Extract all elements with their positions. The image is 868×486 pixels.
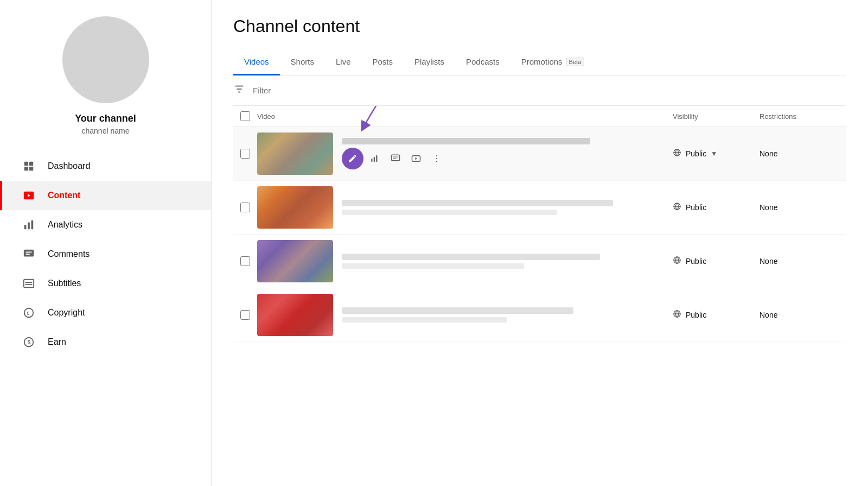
svg-rect-1 [29, 162, 33, 166]
row-2-thumbnail [257, 186, 333, 229]
sidebar-item-content-label: Content [48, 191, 80, 200]
visibility-dropdown-arrow[interactable]: ▼ [711, 150, 717, 157]
filter-input[interactable] [253, 86, 846, 95]
svg-point-31 [436, 158, 437, 159]
comments-action-button[interactable] [386, 149, 405, 168]
sidebar-item-earn-label: Earn [48, 337, 66, 347]
row-3-check [233, 256, 257, 266]
globe-icon-2 [673, 202, 681, 213]
row-1-checkbox[interactable] [240, 149, 250, 159]
main-content: Channel content Videos Shorts Live Posts… [212, 0, 868, 486]
row-3-visibility-label: Public [686, 257, 706, 266]
select-all-checkbox[interactable] [240, 111, 250, 121]
svg-text:$: $ [28, 339, 31, 345]
analytics-button[interactable] [366, 149, 384, 168]
dashboard-icon [22, 159, 36, 173]
svg-rect-0 [24, 162, 28, 166]
row-2-title-bar [342, 200, 613, 206]
tab-videos[interactable]: Videos [233, 52, 280, 75]
channel-handle: channel name [82, 127, 130, 135]
globe-icon [673, 148, 681, 159]
row-1-title-bar [342, 138, 590, 144]
row-3-video-cell [257, 240, 673, 282]
sidebar-item-comments[interactable]: Comments [0, 239, 211, 269]
row-4-video-info [342, 307, 673, 323]
svg-rect-24 [376, 155, 377, 162]
row-2-video-cell [257, 186, 673, 229]
comments-icon [22, 247, 36, 261]
row-4-checkbox[interactable] [240, 310, 250, 320]
sidebar-item-subtitles[interactable]: Subtitles [0, 269, 211, 298]
header-restrictions: Restrictions [760, 112, 846, 121]
row-1-restrictions: None [760, 149, 846, 158]
svg-point-32 [436, 161, 437, 162]
row-1-thumbnail [257, 132, 333, 175]
svg-rect-6 [24, 225, 27, 229]
sidebar-item-content[interactable]: Content [0, 181, 211, 210]
row-1-check [233, 149, 257, 159]
sidebar: Your channel channel name Dashboard Cont… [0, 0, 212, 486]
row-4-title-bar [342, 307, 573, 314]
filter-icon [233, 83, 245, 98]
row-3-visibility: Public [673, 256, 760, 267]
row-4-restrictions: None [760, 311, 846, 319]
sidebar-item-dashboard-label: Dashboard [48, 161, 90, 171]
page-title: Channel content [233, 16, 846, 36]
copyright-icon: c [22, 306, 36, 320]
row-4-visibility: Public [673, 310, 760, 320]
globe-icon-4 [673, 310, 681, 320]
row-2-video-info [342, 200, 673, 215]
avatar [62, 16, 149, 103]
table-header: Video Visibility Restrictions [233, 106, 846, 127]
svg-rect-8 [31, 220, 34, 230]
tab-shorts[interactable]: Shorts [280, 52, 325, 75]
sidebar-item-analytics[interactable]: Analytics [0, 210, 211, 239]
svg-rect-23 [374, 157, 375, 162]
tab-live[interactable]: Live [325, 52, 362, 75]
row-1-actions [342, 148, 673, 169]
row-3-video-info [342, 254, 673, 269]
svg-rect-3 [29, 167, 33, 171]
tab-playlists[interactable]: Playlists [404, 52, 455, 75]
video-table: Video Visibility Restrictions [233, 106, 846, 486]
row-3-sub-bar [342, 263, 524, 269]
svg-marker-29 [416, 157, 418, 160]
sidebar-item-copyright[interactable]: c Copyright [0, 298, 211, 327]
row-1-visibility-label: Public [686, 149, 706, 158]
row-1-video-cell [257, 132, 673, 175]
row-2-checkbox[interactable] [240, 203, 250, 212]
tab-podcasts[interactable]: Podcasts [455, 52, 510, 75]
row-1-video-info [342, 138, 673, 169]
header-video: Video [257, 112, 673, 121]
subtitles-icon [22, 276, 36, 291]
header-check [233, 111, 257, 121]
sidebar-item-earn[interactable]: $ Earn [0, 327, 211, 357]
edit-button[interactable] [342, 148, 363, 169]
row-2-restrictions: None [760, 203, 846, 212]
filter-bar [233, 75, 846, 106]
more-options-button[interactable] [427, 149, 446, 168]
svg-rect-22 [371, 159, 372, 162]
sidebar-item-copyright-label: Copyright [48, 308, 85, 318]
table-row: Public None [233, 181, 846, 235]
row-2-visibility: Public [673, 202, 760, 213]
tab-posts[interactable]: Posts [361, 52, 404, 75]
sidebar-item-subtitles-label: Subtitles [48, 279, 81, 288]
row-3-thumbnail [257, 240, 333, 282]
svg-point-30 [436, 155, 437, 156]
youtube-button[interactable] [407, 149, 425, 168]
sidebar-item-dashboard[interactable]: Dashboard [0, 152, 211, 181]
row-4-check [233, 310, 257, 320]
tab-promotions-label: Promotions [521, 57, 563, 66]
sidebar-item-comments-label: Comments [48, 249, 90, 259]
svg-rect-2 [24, 167, 28, 171]
globe-icon-3 [673, 256, 681, 267]
table-row: Public None [233, 288, 846, 342]
row-3-checkbox[interactable] [240, 256, 250, 266]
svg-rect-12 [24, 280, 34, 288]
tab-promotions[interactable]: Promotions Beta [510, 52, 596, 75]
earn-icon: $ [22, 335, 36, 349]
beta-badge: Beta [566, 58, 585, 66]
tabs-bar: Videos Shorts Live Posts Playlists Podca… [233, 52, 846, 75]
row-4-visibility-label: Public [686, 311, 706, 319]
